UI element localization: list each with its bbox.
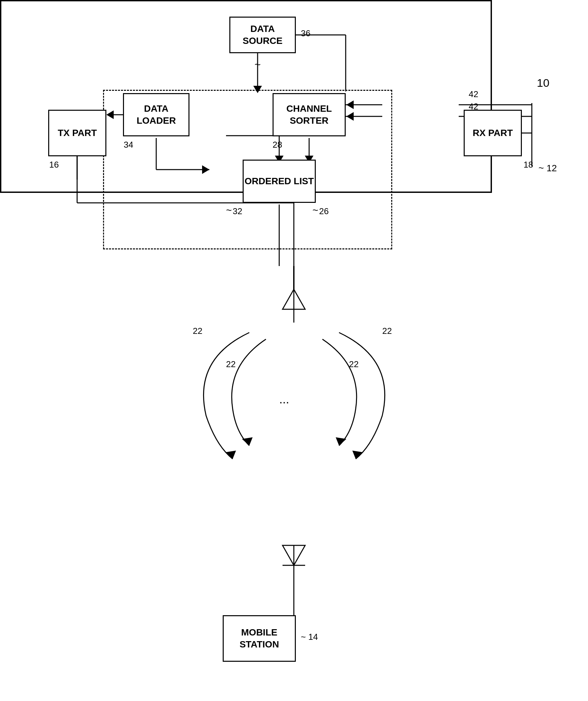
ordered-list-label: ORDERED LIST <box>245 175 314 187</box>
ref-42a: 42 <box>469 89 478 99</box>
svg-marker-21 <box>242 437 253 446</box>
svg-marker-20 <box>225 451 236 459</box>
ref-22c: 22 <box>226 359 236 370</box>
svg-marker-23 <box>336 437 346 446</box>
ref-18: 18 <box>524 160 533 170</box>
data-source-box: DATA SOURCE <box>229 17 296 53</box>
channel-sorter-label: CHANNEL SORTER <box>274 103 345 127</box>
ref-36: 36 <box>301 28 310 39</box>
ref-16: 16 <box>49 160 59 170</box>
ref-34: 34 <box>124 140 133 150</box>
ref-12: ~ 12 <box>539 163 557 174</box>
mobile-station-label: MOBILE STATION <box>224 627 295 651</box>
svg-marker-22 <box>352 451 363 459</box>
svg-marker-24 <box>283 545 305 565</box>
ref-28: 28 <box>273 140 282 150</box>
ref-22d: 22 <box>349 359 359 370</box>
tilde-26: ~ <box>312 205 318 216</box>
ref-14: ~ 14 <box>301 632 318 642</box>
ellipsis: ... <box>279 393 289 406</box>
mobile-station-box: MOBILE STATION <box>223 615 296 662</box>
ref-26: 26 <box>319 206 329 217</box>
rx-part-box: RX PART <box>464 110 522 156</box>
rx-part-label: RX PART <box>473 127 513 139</box>
ref-22a: 22 <box>193 326 203 336</box>
tx-part-label: TX PART <box>58 127 97 139</box>
ref-42b: 42 <box>469 101 478 112</box>
data-loader-label: DATA LOADER <box>124 103 189 127</box>
svg-marker-17 <box>283 289 305 309</box>
ordered-list-box: ORDERED LIST <box>243 160 316 203</box>
ref-32: 32 <box>233 206 242 217</box>
channel-sorter-box: CHANNEL SORTER <box>273 93 346 136</box>
ref-22b: 22 <box>382 326 392 336</box>
tx-part-box: TX PART <box>48 110 106 156</box>
ref-10: 10 <box>537 76 549 89</box>
data-loader-box: DATA LOADER <box>123 93 190 136</box>
data-source-label: DATA SOURCE <box>230 23 295 47</box>
diagram-container: ~ <box>0 0 588 701</box>
tilde-32: ~ <box>226 205 232 216</box>
